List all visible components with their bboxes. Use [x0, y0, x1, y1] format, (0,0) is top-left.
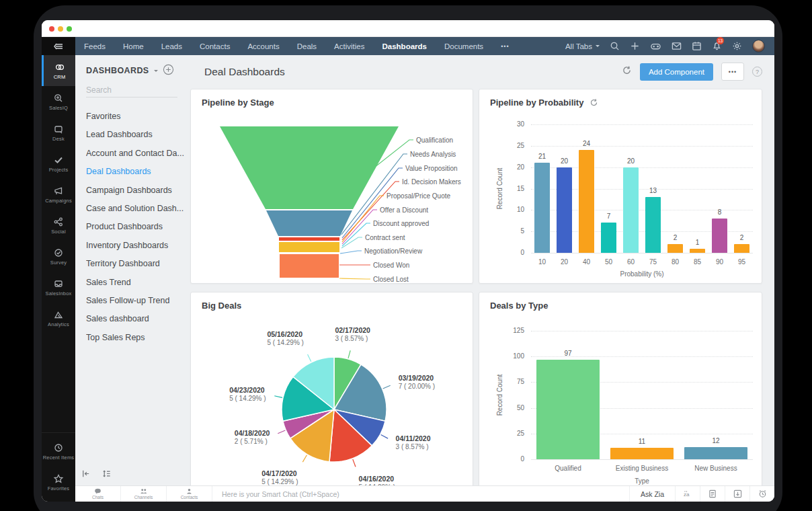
nav-leads[interactable]: Leads — [153, 42, 191, 50]
reminder-button[interactable] — [749, 486, 774, 502]
nav-activities[interactable]: Activities — [325, 42, 373, 50]
sidebar-item-campaigns[interactable]: Campaigns — [42, 179, 75, 210]
user-avatar[interactable] — [752, 40, 765, 52]
bar-50[interactable] — [601, 223, 616, 253]
funnel-stage-label: Closed Won — [373, 262, 409, 269]
dashboards-sidebar-title[interactable]: DASHBOARDS — [86, 66, 158, 75]
x-axis-label: Probability (%) — [602, 270, 682, 278]
all-tabs-dropdown[interactable]: All Tabs — [565, 42, 600, 50]
chevron-down-icon — [596, 45, 600, 49]
sidebar-item-salesinbox[interactable]: SalesInbox — [42, 272, 75, 303]
sidebar-item-salesiq[interactable]: SalesIQ — [42, 86, 75, 117]
funnel-stage-label: Id. Decision Makers — [402, 178, 461, 186]
panel-deals-by-type: Deals by Type Record Count02550751001259… — [479, 292, 762, 488]
chat-tab-contacts[interactable]: Contacts — [167, 486, 212, 502]
more-options-button[interactable]: ••• — [721, 63, 744, 81]
close-window-button[interactable] — [49, 26, 54, 32]
panel-pipeline-by-probability: Pipeline by Probability Record Count0510… — [479, 89, 762, 284]
bar-value-label: 97 — [531, 350, 605, 357]
nav-feeds[interactable]: Feeds — [75, 42, 114, 50]
collapse-sidebar-icon[interactable] — [81, 469, 91, 479]
collapse-menu-button[interactable] — [42, 37, 75, 55]
y-tick-label: 20 — [501, 163, 524, 171]
funnel-band-1[interactable] — [266, 210, 352, 236]
dashboard-item-lead[interactable]: Lead Dashboards — [86, 126, 187, 144]
sidebar-item-label: Recent Items — [43, 455, 75, 461]
dashboard-search-input[interactable] — [86, 83, 177, 97]
add-component-button[interactable]: Add Component — [640, 63, 713, 81]
nav-more[interactable]: ••• — [492, 43, 518, 50]
calendar-button[interactable] — [692, 41, 702, 51]
mail-button[interactable] — [672, 41, 682, 51]
nav-home[interactable]: Home — [114, 42, 153, 50]
bar-10[interactable] — [534, 163, 550, 253]
zia-button[interactable]: za — [675, 486, 700, 502]
minimize-window-button[interactable] — [58, 26, 63, 32]
nav-deals[interactable]: Deals — [288, 42, 325, 50]
refresh-dashboard-button[interactable] — [622, 65, 632, 78]
pie-label: 04/11/20203 ( 8.57% ) — [396, 434, 431, 450]
bar-60[interactable] — [623, 167, 639, 253]
settings-button[interactable] — [732, 41, 742, 51]
dashboard-item-inventory[interactable]: Inventory Dashboards — [86, 237, 187, 255]
smart-chat-input[interactable] — [212, 486, 629, 502]
sidebar-item-favorites[interactable]: Favorites — [42, 467, 75, 498]
bar-80[interactable] — [667, 244, 683, 253]
bar-40[interactable] — [579, 150, 594, 253]
gridline — [531, 146, 753, 147]
dashboard-item-favorites[interactable]: Favorites — [86, 108, 187, 126]
bar-Qualified[interactable] — [536, 360, 600, 459]
chat-tab-channels[interactable]: Channels — [121, 486, 167, 502]
bar-90[interactable] — [712, 219, 727, 253]
add-dashboard-button[interactable] — [163, 64, 174, 78]
sort-list-icon[interactable] — [102, 469, 112, 479]
search-button[interactable] — [610, 41, 620, 51]
dashboard-item-product[interactable]: Product Dashboards — [86, 218, 187, 236]
dashboard-item-campaign[interactable]: Campaign Dashboards — [86, 182, 187, 200]
dashboard-item-territory[interactable]: Territory Dashboard — [86, 255, 187, 273]
gridline — [531, 331, 753, 331]
funnel-band-2[interactable] — [279, 237, 339, 241]
bar-95[interactable] — [734, 244, 749, 253]
quick-create-button[interactable] — [630, 41, 640, 51]
bar-85[interactable] — [690, 249, 705, 253]
nav-dashboards[interactable]: Dashboards — [373, 42, 435, 50]
notes-button[interactable] — [700, 486, 725, 502]
sidebar-item-desk[interactable]: Desk — [42, 117, 75, 148]
help-button[interactable]: ? — [752, 67, 762, 77]
dashboard-item-sales-dashboard[interactable]: Sales dashboard — [86, 310, 187, 328]
dashboard-item-top-sales-reps[interactable]: Top Sales Reps — [86, 329, 187, 347]
nav-accounts[interactable]: Accounts — [239, 42, 288, 50]
dashboards-title-label: DASHBOARDS — [86, 66, 149, 75]
ask-zia-button[interactable]: Ask Zia — [629, 486, 675, 502]
gamescope-button[interactable] — [650, 41, 661, 51]
dashboard-item-sales-trend[interactable]: Sales Trend — [86, 274, 187, 292]
dashboard-item-deal[interactable]: Deal Dashboards — [86, 163, 187, 181]
dashboard-item-account-contact[interactable]: Account and Contact Da... — [86, 145, 187, 163]
nav-documents[interactable]: Documents — [436, 42, 492, 50]
sidebar-item-recent-items[interactable]: Recent Items — [42, 436, 75, 467]
refresh-icon — [622, 65, 632, 75]
zia-icon: za — [683, 490, 692, 498]
y-tick-label: 0 — [501, 249, 524, 256]
bar-Existing Business[interactable] — [610, 448, 674, 459]
sidebar-item-crm[interactable]: CRM — [42, 55, 75, 86]
upload-button[interactable] — [725, 486, 749, 502]
bar-20[interactable] — [557, 167, 572, 253]
notifications-button[interactable]: 13 — [712, 41, 722, 51]
bar-New Business[interactable] — [684, 447, 747, 459]
chat-tab-chats[interactable]: Chats — [75, 486, 121, 502]
bar-75[interactable] — [645, 197, 661, 253]
funnel-band-0[interactable] — [220, 126, 399, 209]
funnel-band-4[interactable] — [280, 254, 339, 278]
sidebar-item-social[interactable]: Social — [42, 210, 75, 241]
sidebar-item-survey[interactable]: Survey — [42, 241, 75, 272]
nav-contacts[interactable]: Contacts — [191, 42, 239, 50]
topnav-right-cluster: All Tabs 13 — [565, 40, 774, 52]
sidebar-item-analytics[interactable]: Analytics — [42, 303, 75, 333]
funnel-band-3[interactable] — [279, 242, 339, 252]
dashboard-item-case-solution[interactable]: Case and Solution Dash... — [86, 200, 187, 218]
dashboard-item-sales-followup[interactable]: Sales Follow-up Trend — [86, 292, 187, 310]
sidebar-item-projects[interactable]: Projects — [42, 148, 75, 179]
zoom-window-button[interactable] — [67, 26, 72, 32]
